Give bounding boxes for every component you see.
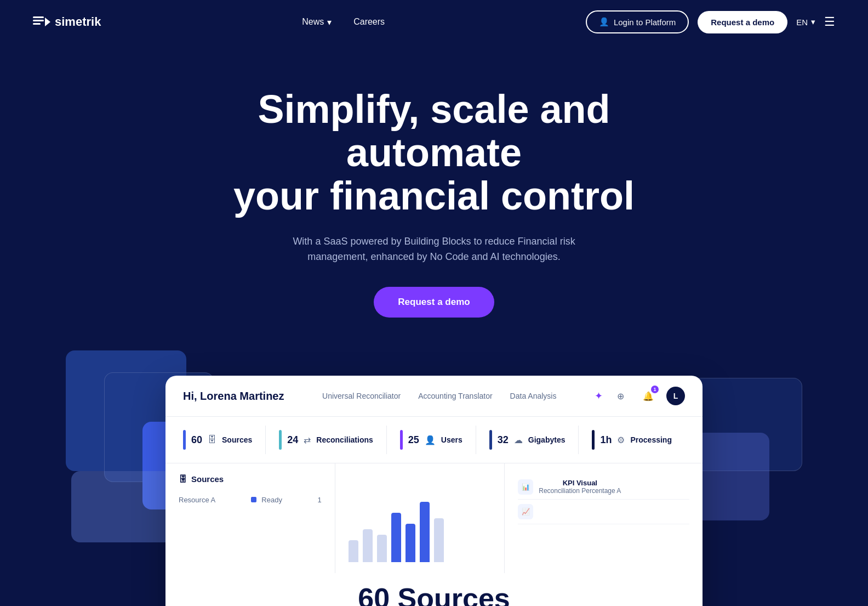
hamburger-menu[interactable]: ☰ [824,15,835,29]
stat-label-processing: Processing [630,435,671,444]
gigabytes-icon: ☁ [514,435,523,445]
logo-icon [33,14,50,30]
kpi-icon-2: 📈 [518,504,533,519]
stat-reconciliations: 24 ⇄ Reconciliations [279,426,387,454]
chart-bar-5 [406,524,415,562]
login-button[interactable]: 👤 Login to Platform [586,10,689,33]
dashboard-nav-reconciliator[interactable]: Universal Reconciliator [322,392,401,400]
bottom-panels: 🗄 Sources Resource A Ready 1 [165,463,703,573]
stat-number-processing: 1h [600,434,612,446]
users-icon: 👤 [425,435,436,445]
request-demo-hero-button[interactable]: Request a demo [374,287,494,318]
decorative-container: Hi, Lorena Martinez Universal Reconcilia… [33,350,835,603]
stat-sources: 60 🗄 Sources [183,426,266,454]
nav-news[interactable]: News ▾ [302,17,332,27]
nav-right: 👤 Login to Platform Request a demo EN ▾ … [586,10,835,33]
stat-label-users: Users [441,435,462,444]
chevron-down-icon: ▾ [811,17,815,27]
kpi-label-1: KPI Visual [539,479,621,487]
chart-bar-7 [434,518,444,562]
stat-label-reconciliations: Reconciliations [316,435,373,444]
stats-row: 60 🗄 Sources 24 ⇄ Reconciliations 25 👤 U… [165,417,703,463]
dashboard-card: Hi, Lorena Martinez Universal Reconcilia… [165,376,703,606]
stat-number-users: 25 [408,434,419,446]
stat-processing: 1h ⚙ Processing [592,426,685,454]
dashboard-nav-translator[interactable]: Accounting Translator [418,392,492,400]
sources-big-number: 60 Sources [183,582,685,606]
dashboard-icons: ✦ ⊕ 🔔 1 L [595,387,685,405]
chart-bar-2 [363,529,373,562]
reconciliations-icon: ⇄ [304,435,311,445]
stat-bar-gigabytes [489,430,492,450]
kpi-item-1: 📊 KPI Visual Reconciliation Percentage A [518,474,689,500]
stat-bar-processing [592,430,595,450]
request-demo-nav-button[interactable]: Request a demo [698,11,787,33]
kpi-text-wrapper: KPI Visual Reconciliation Percentage A [539,479,621,495]
user-icon: 👤 [599,17,609,27]
logo[interactable]: simetrik [33,14,101,30]
status-dot [251,497,256,502]
source-count: 1 [317,496,321,504]
sparkle-icon: ✦ [595,390,603,402]
nav-links: News ▾ Careers [302,17,385,27]
sources-icon: 🗄 [208,435,216,445]
nav-careers[interactable]: Careers [353,17,385,27]
sources-footer-info: 60 Sources Sources Resource Ready [165,573,703,606]
stat-gigabytes: 32 ☁ Gigabytes [489,426,579,454]
sources-panel-icon: 🗄 [179,474,187,484]
sources-panel-title: 🗄 Sources [179,474,322,484]
kpi-sublabel-1: Reconciliation Percentage A [539,487,621,495]
dashboard-greeting: Hi, Lorena Martinez [183,390,284,403]
chevron-down-icon: ▾ [327,17,332,27]
language-selector[interactable]: EN ▾ [796,17,815,27]
stat-label-sources: Sources [222,435,252,444]
user-avatar[interactable]: L [666,387,685,405]
stat-bar-users [400,430,403,450]
stat-bar-reconciliations [279,430,282,450]
chart-panel [335,463,505,573]
kpi-item-2: 📈 [518,500,689,524]
navbar: simetrik News ▾ Careers 👤 Login to Platf… [0,0,868,44]
hero-title: Simplify, scale and automate your financ… [187,88,681,218]
source-row-resource-a: Resource A Ready 1 [179,492,322,507]
svg-rect-0 [33,16,44,18]
stat-users: 25 👤 Users [400,426,476,454]
dashboard-nav-analysis[interactable]: Data Analysis [510,392,557,400]
notification-badge: 1 [651,386,659,393]
dashboard-nav: Universal Reconciliator Accounting Trans… [322,392,556,400]
stat-number-gigabytes: 32 [498,434,509,446]
stat-bar-sources [183,430,186,450]
svg-rect-1 [33,20,44,21]
processing-icon: ⚙ [617,435,625,445]
chart-bar-4 [391,513,401,562]
svg-rect-2 [33,23,41,25]
kpi-icon-1: 📊 [518,479,533,495]
chart-bar-3 [377,535,387,562]
chart-bar-6 [420,502,430,562]
stat-label-gigabytes: Gigabytes [528,435,566,444]
hero-subtitle: With a SaaS powered by Building Blocks t… [270,234,598,265]
source-status: Ready [251,496,282,504]
hero-section: Simplify, scale and automate your financ… [0,44,868,603]
sources-panel: 🗄 Sources Resource A Ready 1 [165,463,335,573]
dashboard-header: Hi, Lorena Martinez Universal Reconcilia… [165,376,703,417]
source-resource-label: Resource A [179,496,215,504]
stat-number-reconciliations: 24 [287,434,298,446]
notification-wrapper: 🔔 1 [639,387,658,405]
deco-block-4 [71,471,181,542]
chart-bar-1 [349,540,358,562]
settings-icon[interactable]: ⊕ [612,387,630,405]
logo-text: simetrik [55,15,101,29]
stat-number-sources: 60 [191,434,202,446]
kpi-panel: 📊 KPI Visual Reconciliation Percentage A… [505,463,703,573]
